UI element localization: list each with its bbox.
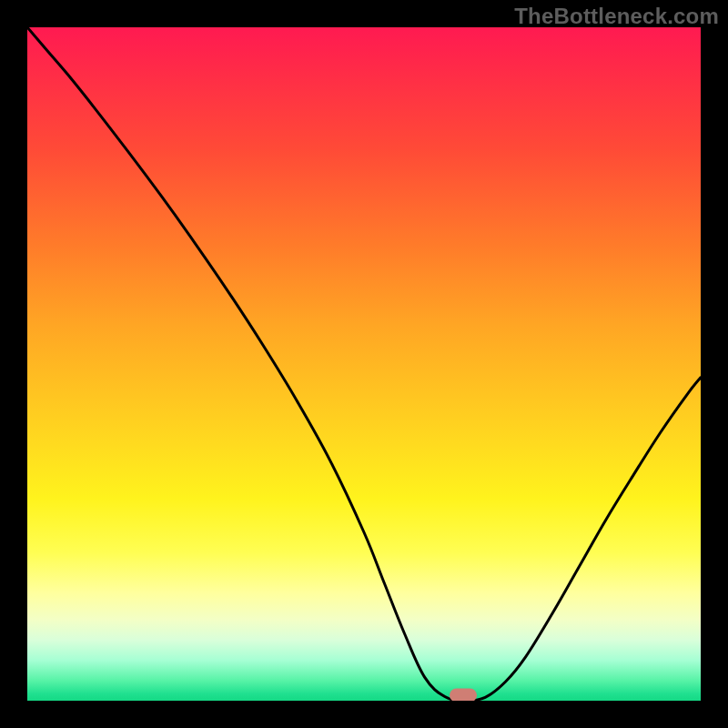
watermark-text: TheBottleneck.com (514, 4, 719, 29)
chart-frame: TheBottleneck.com (0, 0, 728, 728)
minimum-marker (450, 689, 477, 702)
plot-area (27, 27, 701, 701)
bottleneck-curve-svg (27, 27, 701, 701)
bottleneck-curve-path (27, 27, 701, 701)
